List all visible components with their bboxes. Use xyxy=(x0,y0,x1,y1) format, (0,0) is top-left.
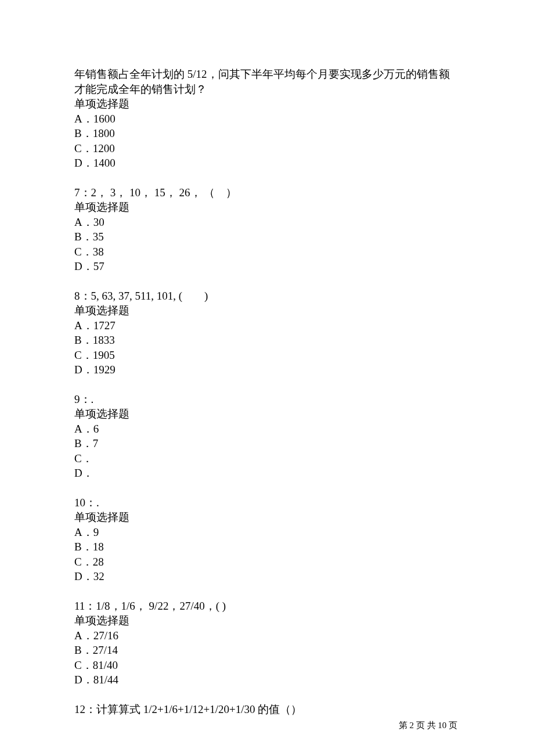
gap xyxy=(74,584,460,599)
q9-option-b: B．7 xyxy=(74,436,460,451)
gap xyxy=(74,274,460,289)
q9-option-a: A．6 xyxy=(74,422,460,437)
q10-title: 10：. xyxy=(74,495,460,510)
q7-option-a: A．30 xyxy=(74,215,460,230)
intro-line-2: 才能完成全年的销售计划？ xyxy=(74,82,460,97)
gap xyxy=(74,687,460,702)
q10-option-c: C．28 xyxy=(74,555,460,570)
q7-option-c: C．38 xyxy=(74,244,460,260)
q10-option-b: B．18 xyxy=(74,539,460,555)
content: 年销售额占全年计划的 5/12，问其下半年平均每个月要实现多少万元的销售额 才能… xyxy=(74,67,460,717)
q9-title: 9：. xyxy=(74,392,460,407)
q9-option-c: C． xyxy=(74,451,460,466)
q9-type: 单项选择题 xyxy=(74,406,460,422)
page: 年销售额占全年计划的 5/12，问其下半年平均每个月要实现多少万元的销售额 才能… xyxy=(0,0,534,756)
intro-line-1: 年销售额占全年计划的 5/12，问其下半年平均每个月要实现多少万元的销售额 xyxy=(74,67,460,82)
q11-option-b: B．27/14 xyxy=(74,643,460,658)
q10-type: 单项选择题 xyxy=(74,510,460,525)
q6-option-d: D．1400 xyxy=(74,156,460,171)
gap xyxy=(74,171,460,185)
q11-option-c: C．81/40 xyxy=(74,658,460,673)
q11-title: 11：1/8，1/6， 9/22，27/40，( ) xyxy=(74,599,460,614)
q6-option-b: B．1800 xyxy=(74,126,460,141)
q11-option-a: A．27/16 xyxy=(74,628,460,643)
q8-option-d: D．1929 xyxy=(74,362,460,377)
intro-type: 单项选择题 xyxy=(74,96,460,111)
gap xyxy=(74,377,460,392)
q9-option-d: D． xyxy=(74,466,460,481)
q8-option-b: B．1833 xyxy=(74,333,460,348)
q7-option-d: D．57 xyxy=(74,259,460,274)
q7-option-b: B．35 xyxy=(74,229,460,244)
q8-option-c: C．1905 xyxy=(74,348,460,363)
q8-option-a: A．1727 xyxy=(74,318,460,333)
page-footer: 第 2 页 共 10 页 xyxy=(399,718,457,733)
q12-title: 12：计算算式 1/2+1/6+1/12+1/20+1/30 的值（） xyxy=(74,702,460,717)
q10-option-a: A．9 xyxy=(74,525,460,540)
q11-type: 单项选择题 xyxy=(74,613,460,628)
q10-option-d: D．32 xyxy=(74,569,460,584)
q8-title: 8：5, 63, 37, 511, 101, ( ) xyxy=(74,289,460,304)
q6-option-c: C．1200 xyxy=(74,141,460,156)
q7-type: 单项选择题 xyxy=(74,200,460,215)
q6-option-a: A．1600 xyxy=(74,111,460,127)
q7-title: 7：2， 3， 10， 15， 26， （ ） xyxy=(74,185,460,200)
gap xyxy=(74,481,460,495)
q11-option-d: D．81/44 xyxy=(74,672,460,687)
q8-type: 单项选择题 xyxy=(74,303,460,318)
